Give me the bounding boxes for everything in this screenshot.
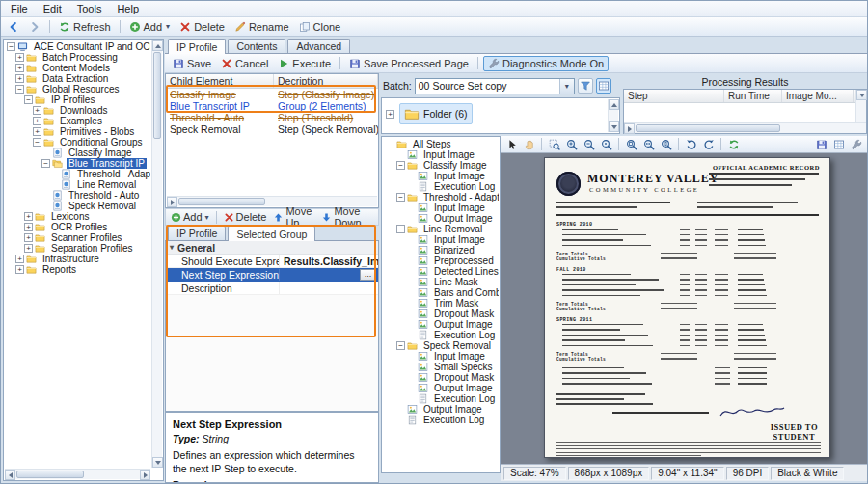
tree-item-input-image[interactable]: Input Image <box>384 202 499 213</box>
child-row-speck-removal[interactable]: Speck RemovalStep (Speck Removal) <box>166 123 378 135</box>
collapse-icon[interactable]: − <box>15 85 24 94</box>
tree-item-separation-profiles[interactable]: +Separation Profiles <box>5 243 150 254</box>
scroll-down-button[interactable] <box>609 121 619 132</box>
results-horizontal-scrollbar[interactable] <box>624 122 866 133</box>
nav-forward-button[interactable] <box>25 20 44 34</box>
expand-icon[interactable]: + <box>15 53 24 62</box>
tree-item-output-image[interactable]: Output Image <box>384 319 499 330</box>
tree-item-line-removal[interactable]: Line Removal <box>5 179 150 190</box>
save-button[interactable]: Save <box>169 57 215 70</box>
tree-item-ocr-profiles[interactable]: +OCR Profiles <box>5 222 150 232</box>
tree-item-speck-removal[interactable]: −Speck Removal <box>384 340 499 351</box>
hand-button[interactable] <box>521 137 537 151</box>
tree-item-execution-log[interactable]: Execution Log <box>384 393 499 404</box>
scrollbar-thumb[interactable] <box>16 471 84 478</box>
zoom-page-button[interactable] <box>658 137 674 151</box>
scrollbar-thumb[interactable] <box>153 52 161 139</box>
scroll-up-button[interactable] <box>609 99 619 110</box>
rotate-right-button[interactable] <box>700 137 717 151</box>
rename-button[interactable]: Rename <box>231 20 293 34</box>
collapse-icon[interactable]: − <box>396 193 405 202</box>
cancel-button[interactable]: Cancel <box>217 57 272 70</box>
tree-item-detected-lines[interactable]: Detected Lines <box>384 266 499 277</box>
left-tree-horizontal-scrollbar[interactable] <box>5 469 150 479</box>
batch-folder-item[interactable]: + Folder (6) <box>382 98 619 129</box>
tree-item-lexicons[interactable]: +Lexicons <box>5 211 150 222</box>
execute-button[interactable]: Execute <box>274 57 335 70</box>
zoom-fit-button[interactable] <box>623 137 639 151</box>
tree-item-dropout-mask[interactable]: Dropout Mask <box>384 372 499 383</box>
tree-item-input-image[interactable]: Input Image <box>384 171 499 181</box>
tree-item-batch-processing[interactable]: +Batch Processing <box>5 52 150 63</box>
tree-item-data-extraction[interactable]: +Data Extraction <box>5 73 150 84</box>
tab-contents[interactable]: Contents <box>228 39 285 53</box>
clone-button[interactable]: Clone <box>295 20 345 34</box>
tree-item-threshold-auto[interactable]: Threshold - Auto <box>5 190 150 201</box>
scroll-right-button[interactable] <box>140 470 150 480</box>
menu-help[interactable]: Help <box>109 2 147 15</box>
menu-tools[interactable]: Tools <box>69 2 110 15</box>
expand-icon[interactable]: + <box>24 233 33 242</box>
refresh-button[interactable]: Refresh <box>55 20 115 34</box>
tree-item-input-image[interactable]: Input Image <box>384 149 499 160</box>
tree-item-conditional-groups[interactable]: −Conditional Groups <box>5 137 150 148</box>
column-header-decription[interactable]: Decription <box>274 74 378 88</box>
add-button[interactable]: Add▾ <box>125 20 175 34</box>
expand-icon[interactable]: + <box>33 106 41 115</box>
scroll-down-button[interactable] <box>152 457 163 468</box>
results-column-image-mo[interactable]: Image Mo... <box>782 90 854 102</box>
tree-item-classify-image[interactable]: −Classify Image <box>384 160 499 171</box>
results-column-step[interactable]: Step <box>624 90 724 102</box>
zoom-width-button[interactable] <box>640 137 657 151</box>
collapse-icon[interactable]: − <box>7 42 15 51</box>
tree-item-dropout-mask[interactable]: Dropout Mask <box>384 309 499 319</box>
tree-item-line-mask[interactable]: Line Mask <box>384 277 499 287</box>
dropdown-arrow-icon[interactable]: ▾ <box>166 22 170 31</box>
tree-item-threshold-adaptive[interactable]: Threshold - Adaptive <box>5 169 150 179</box>
tab-ip-profile[interactable]: IP Profile <box>168 39 226 54</box>
scroll-right-button[interactable] <box>167 197 177 207</box>
scroll-down-button[interactable] <box>856 90 867 100</box>
tree-item-primitives-blobs[interactable]: +Primitives - Blobs <box>5 126 150 137</box>
delete-child-button[interactable]: Delete <box>221 211 270 223</box>
tree-item-input-image[interactable]: Input Image <box>384 351 499 362</box>
tree-item-output-image[interactable]: Output Image <box>384 383 499 393</box>
refresh-button[interactable] <box>725 137 742 151</box>
expand-icon[interactable]: + <box>24 223 33 231</box>
expand-icon[interactable]: + <box>24 244 33 253</box>
collapse-icon[interactable]: − <box>396 225 405 233</box>
batch-filter-button[interactable] <box>578 78 593 94</box>
tab-ip-profile[interactable]: IP Profile <box>168 226 226 240</box>
tools-button[interactable] <box>848 137 864 151</box>
nav-back-button[interactable] <box>4 20 23 34</box>
collapse-icon[interactable]: − <box>24 95 33 104</box>
expand-icon[interactable]: + <box>33 127 41 136</box>
zoom-select-button[interactable] <box>546 137 562 151</box>
tree-item-output-image[interactable]: Output Image <box>384 404 499 415</box>
tree-item-bars-and-combs[interactable]: Bars and Combs <box>384 287 499 298</box>
results-column-run-time[interactable]: Run Time <box>724 90 782 102</box>
batch-grid-view-button[interactable] <box>596 78 611 94</box>
grid-button[interactable] <box>830 137 847 151</box>
tree-item-examples[interactable]: +Examples <box>5 116 150 126</box>
collapse-icon[interactable]: − <box>396 341 405 350</box>
expand-icon[interactable]: + <box>15 255 24 263</box>
tree-item-binarized[interactable]: Binarized <box>384 245 499 255</box>
results-vertical-scrollbar[interactable] <box>855 90 866 122</box>
add-child-button[interactable]: Add▾ <box>168 211 212 223</box>
expand-icon[interactable]: + <box>33 117 41 125</box>
rotate-left-button[interactable] <box>683 137 699 151</box>
save-button[interactable] <box>813 137 829 151</box>
selected-folder[interactable]: Folder (6) <box>399 103 473 124</box>
tree-item-blue-transcript-ip[interactable]: −Blue Transcript IP <box>5 158 150 169</box>
child-row-threshold-auto[interactable]: Threshold - AutoStep (Threshold) <box>166 112 378 123</box>
zoom-out-button[interactable] <box>581 137 597 151</box>
collapse-icon[interactable]: − <box>33 138 41 147</box>
left-tree-vertical-scrollbar[interactable] <box>151 40 162 468</box>
zoom-actual-button[interactable] <box>598 137 614 151</box>
collapse-icon[interactable]: − <box>396 161 405 170</box>
tree-item-line-removal[interactable]: −Line Removal <box>384 224 499 234</box>
scrollbar-thumb[interactable] <box>178 198 265 205</box>
batch-select[interactable]: 00 Source Set copy ▾ <box>415 78 575 94</box>
delete-button[interactable]: Delete <box>176 20 229 34</box>
